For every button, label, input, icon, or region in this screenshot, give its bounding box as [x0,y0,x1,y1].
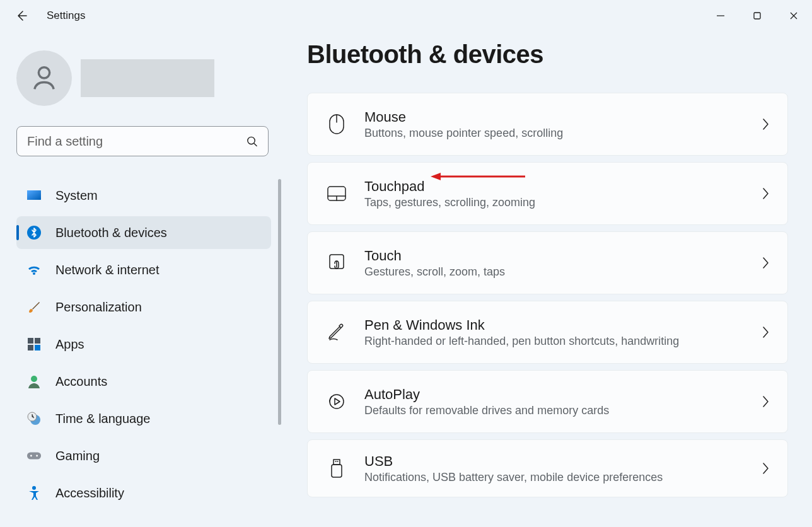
sidebar-item-bluetooth-devices[interactable]: Bluetooth & devices [16,216,271,249]
account-icon [26,374,42,389]
chevron-right-icon [761,395,770,408]
chevron-right-icon [761,187,770,200]
card-title: Touchpad [364,178,761,195]
sidebar-item-accounts[interactable]: Accounts [16,365,271,398]
svg-point-15 [32,486,36,490]
card-title: Touch [364,248,761,264]
svg-point-9 [31,376,37,382]
back-button[interactable] [11,6,32,26]
pen-icon [325,321,348,344]
person-icon [28,62,61,95]
touchpad-icon [325,182,348,205]
search-input[interactable] [27,134,246,149]
account-name-placeholder [81,59,214,97]
usb-icon [325,457,348,480]
svg-rect-12 [27,452,41,459]
sidebar-item-label: Network & internet [55,263,160,277]
search-box[interactable] [16,126,269,156]
arrow-left-icon [15,9,28,22]
sidebar: System Bluetooth & devices Network & int… [0,32,281,527]
chevron-right-icon [761,325,770,339]
card-subtitle: Gestures, scroll, zoom, taps [364,265,761,279]
card-usb[interactable]: USB Notifications, USB battery saver, mo… [307,439,788,497]
card-title: Pen & Windows Ink [364,317,761,333]
accessibility-icon [26,485,42,501]
titlebar: Settings [0,0,812,32]
sidebar-item-label: Gaming [55,449,100,463]
card-touchpad[interactable]: Touchpad Taps, gestures, scrolling, zoom… [307,162,788,225]
sidebar-nav: System Bluetooth & devices Network & int… [16,179,271,514]
svg-point-1 [248,137,255,144]
paintbrush-icon [26,299,42,315]
sidebar-item-system[interactable]: System [16,179,271,212]
svg-point-14 [36,455,38,457]
sidebar-item-label: Time & language [55,412,150,426]
touch-icon [325,252,348,274]
svg-rect-8 [35,345,40,350]
card-autoplay[interactable]: AutoPlay Defaults for removable drives a… [307,370,788,433]
card-subtitle: Buttons, mouse pointer speed, scrolling [364,127,761,140]
sidebar-item-network[interactable]: Network & internet [16,253,271,286]
card-subtitle: Defaults for removable drives and memory… [364,404,761,417]
mouse-icon [325,113,348,136]
maximize-button[interactable] [739,3,775,28]
svg-rect-0 [754,13,760,19]
search-icon [246,135,258,148]
svg-rect-21 [334,460,340,465]
sidebar-item-label: Personalization [55,300,142,315]
bluetooth-icon [26,225,42,240]
card-title: USB [364,453,761,470]
sidebar-item-gaming[interactable]: Gaming [16,439,271,472]
sidebar-item-label: Accessibility [55,486,124,501]
sidebar-item-time-language[interactable]: Time & language [16,402,271,435]
card-title: Mouse [364,109,761,125]
close-button[interactable] [775,3,812,28]
svg-rect-22 [332,465,342,477]
svg-point-13 [30,455,32,457]
autoplay-icon [325,390,348,413]
chevron-right-icon [761,256,770,270]
sidebar-item-label: Accounts [55,374,107,389]
display-icon [26,188,42,203]
card-mouse[interactable]: Mouse Buttons, mouse pointer speed, scro… [307,93,788,156]
card-title: AutoPlay [364,386,761,403]
page-title: Bluetooth & devices [307,40,788,69]
sidebar-item-personalization[interactable]: Personalization [16,291,271,323]
profile-block[interactable] [16,50,281,106]
card-subtitle: Notifications, USB battery saver, mobile… [364,471,761,484]
gaming-icon [26,448,42,463]
app-title: Settings [47,9,85,22]
svg-rect-6 [35,338,40,344]
wifi-icon [26,262,42,277]
maximize-icon [753,11,762,20]
svg-rect-3 [27,190,41,200]
card-touch[interactable]: Touch Gestures, scroll, zoom, taps [307,231,788,294]
card-subtitle: Right-handed or left-handed, pen button … [364,335,761,348]
minimize-button[interactable] [702,3,739,28]
card-subtitle: Taps, gestures, scrolling, zooming [364,196,761,209]
sidebar-item-label: Apps [55,337,84,352]
main-content: Bluetooth & devices Mouse Buttons, mouse… [281,32,812,527]
svg-rect-5 [28,338,33,344]
sidebar-item-label: System [55,188,98,203]
apps-icon [26,337,42,352]
svg-rect-7 [28,345,33,350]
sidebar-item-apps[interactable]: Apps [16,328,271,361]
window-controls [702,3,812,28]
chevron-right-icon [761,461,770,475]
sidebar-item-accessibility[interactable]: Accessibility [16,477,271,509]
chevron-right-icon [761,117,770,131]
minimize-icon [716,11,725,20]
clock-globe-icon [26,411,42,426]
sidebar-item-label: Bluetooth & devices [55,226,167,240]
avatar [16,50,72,106]
close-icon [789,11,798,20]
card-pen-ink[interactable]: Pen & Windows Ink Right-handed or left-h… [307,301,788,364]
